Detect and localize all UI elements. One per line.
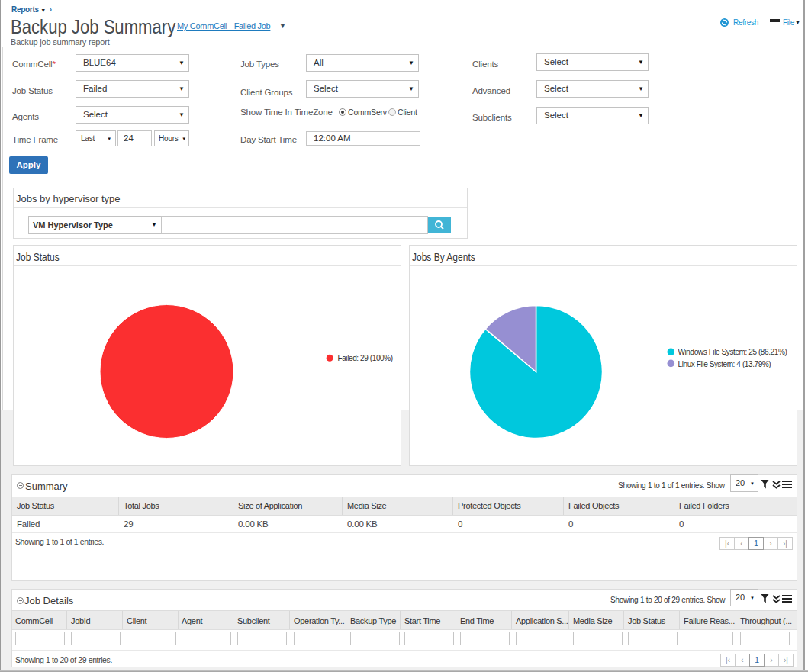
svg-text:Linux File System: 4 (13.79%): Linux File System: 4 (13.79%) (678, 360, 771, 368)
svg-text:Failed: 29 (100%): Failed: 29 (100%) (338, 354, 393, 362)
svg-text:Windows File System: 25 (86.21: Windows File System: 25 (86.21%) (678, 348, 787, 356)
